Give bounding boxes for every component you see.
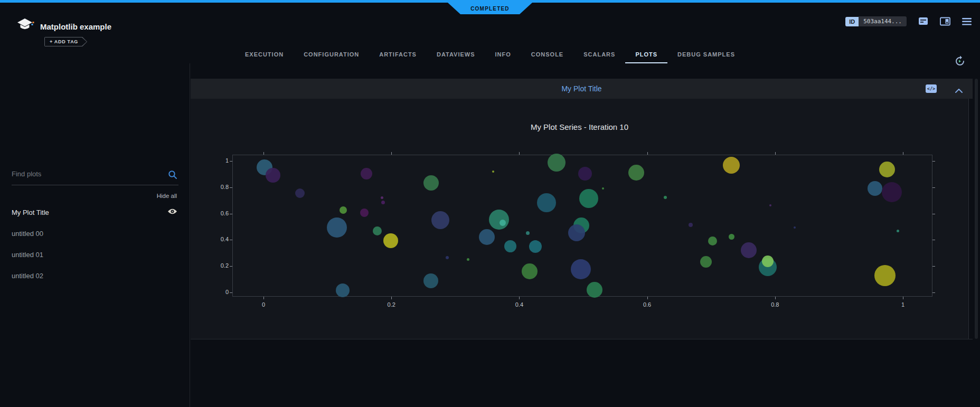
scatter-bubble xyxy=(897,230,899,232)
plot-list-item[interactable]: untitled 00 xyxy=(0,223,190,244)
y-tick-label: 0 xyxy=(208,289,229,295)
scatter-bubble xyxy=(571,259,591,279)
scatter-bubble xyxy=(381,201,385,204)
axis-tick xyxy=(230,266,232,267)
plot-card-header: My Plot Title </> xyxy=(191,79,973,99)
plot-list: My Plot Titleuntitled 00untitled 01untit… xyxy=(0,202,190,286)
scatter-bubble xyxy=(729,234,734,240)
axis-tick xyxy=(932,266,935,267)
collapse-chevron-icon[interactable] xyxy=(955,86,963,95)
plot-card-body: My Plot Series - Iteration 10 00.20.40.6… xyxy=(191,99,969,339)
scrollbar[interactable] xyxy=(975,79,978,339)
scatter-bubble xyxy=(431,211,449,229)
scatter-bubble xyxy=(868,181,882,196)
scatter-bubble xyxy=(708,236,717,245)
scatter-bubble xyxy=(879,162,895,177)
scatter-bubble xyxy=(446,256,449,259)
scatter-bubble xyxy=(568,224,585,241)
scatter-bubble xyxy=(628,165,644,181)
app-root: COMPLETED Matplotlib example + ADD TAG I… xyxy=(0,0,980,407)
axis-tick xyxy=(230,187,232,188)
scatter-chart[interactable]: 00.20.40.60.8100.20.40.60.81 xyxy=(232,155,932,297)
x-tick-label: 0 xyxy=(252,301,275,308)
x-tick-label: 1 xyxy=(891,301,915,308)
auto-refresh-icon[interactable] xyxy=(954,55,966,70)
plot-item-label: untitled 02 xyxy=(12,272,43,280)
comment-icon[interactable] xyxy=(918,16,928,26)
scatter-bubble xyxy=(537,193,556,212)
scatter-bubble xyxy=(423,175,439,191)
scatter-bubble xyxy=(522,263,538,279)
layout-columns-icon[interactable] xyxy=(940,16,950,26)
status-badge: COMPLETED xyxy=(448,3,532,14)
axis-tick xyxy=(932,292,935,293)
scatter-bubble xyxy=(266,168,280,183)
status-label: COMPLETED xyxy=(470,6,510,12)
y-tick-label: 0.8 xyxy=(208,184,229,190)
scatter-bubble xyxy=(479,229,495,245)
scatter-bubble xyxy=(340,206,347,214)
plot-list-item[interactable]: untitled 01 xyxy=(0,244,190,265)
axis-tick xyxy=(230,292,232,293)
x-tick-label: 0.6 xyxy=(636,301,659,308)
search-icon[interactable] xyxy=(168,170,177,182)
tab-artifacts[interactable]: ARTIFACTS xyxy=(369,46,427,63)
tab-scalars[interactable]: SCALARS xyxy=(573,46,625,63)
tab-debug-samples[interactable]: DEBUG SAMPLES xyxy=(667,46,745,63)
tab-plots[interactable]: PLOTS xyxy=(625,46,667,63)
plot-item-label: untitled 00 xyxy=(12,230,43,238)
scatter-bubble xyxy=(741,242,757,258)
header-actions: ID 503aa144... xyxy=(845,16,972,26)
scatter-bubble xyxy=(500,220,506,226)
scatter-bubble xyxy=(700,256,712,268)
clearml-logo-icon[interactable] xyxy=(17,18,35,36)
scatter-bubble xyxy=(526,231,530,235)
axis-tick xyxy=(263,297,264,299)
plot-search xyxy=(12,167,178,185)
axis-tick xyxy=(230,240,232,240)
plot-list-item[interactable]: My Plot Title xyxy=(0,202,190,223)
axis-tick xyxy=(903,152,903,155)
tab-console[interactable]: CONSOLE xyxy=(521,46,573,63)
scatter-bubble xyxy=(529,240,542,253)
axis-tick xyxy=(519,297,520,299)
y-tick-label: 0.2 xyxy=(208,262,229,269)
axis-tick xyxy=(391,297,392,299)
tab-execution[interactable]: EXECUTION xyxy=(235,46,294,63)
scatter-bubble xyxy=(361,168,372,179)
axis-tick xyxy=(519,152,520,155)
axis-tick xyxy=(775,297,776,299)
axis-tick xyxy=(932,161,935,162)
tab-info[interactable]: INFO xyxy=(485,46,521,63)
axis-tick xyxy=(647,152,648,155)
scatter-bubble xyxy=(769,204,771,206)
axis-tick xyxy=(230,161,232,162)
plot-card-title: My Plot Title xyxy=(191,84,973,93)
id-value: 503aa144... xyxy=(859,16,907,26)
view-code-button[interactable]: </> xyxy=(926,84,937,93)
hide-all-link[interactable]: Hide all xyxy=(157,193,177,199)
tab-configuration[interactable]: CONFIGURATION xyxy=(294,46,369,63)
axis-tick xyxy=(647,297,648,299)
x-tick-label: 0.2 xyxy=(380,301,403,308)
experiment-id-badge[interactable]: ID 503aa144... xyxy=(845,16,907,26)
tab-dataviews[interactable]: DATAVIEWS xyxy=(427,46,485,63)
scatter-bubble xyxy=(602,187,604,190)
plot-list-item[interactable]: untitled 02 xyxy=(0,265,190,286)
scatter-bubble xyxy=(492,171,494,173)
plot-item-label: My Plot Title xyxy=(12,209,49,216)
visibility-eye-icon[interactable] xyxy=(167,208,177,216)
card-divider xyxy=(191,339,973,339)
x-tick-label: 0.4 xyxy=(507,301,531,308)
scatter-bubble xyxy=(794,226,796,229)
axis-tick xyxy=(391,152,392,155)
scatter-bubble xyxy=(587,282,602,298)
add-tag-button[interactable]: + ADD TAG xyxy=(44,37,87,46)
axis-tick xyxy=(775,152,776,155)
menu-icon[interactable] xyxy=(962,18,972,25)
scatter-bubble xyxy=(504,240,516,252)
search-input[interactable] xyxy=(12,167,159,181)
scatter-bubble xyxy=(548,154,566,172)
x-tick-label: 0.8 xyxy=(764,301,787,308)
axis-tick xyxy=(932,214,935,214)
